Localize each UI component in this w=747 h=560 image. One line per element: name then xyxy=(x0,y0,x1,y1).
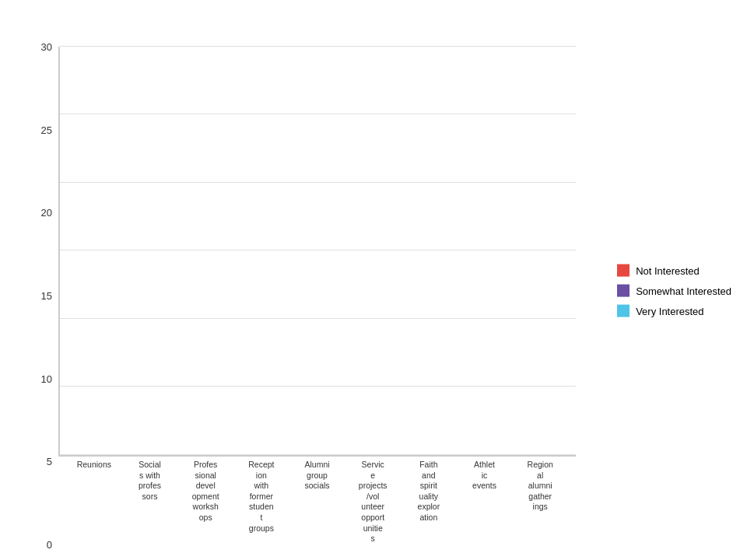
y-axis-label: 20 xyxy=(41,207,52,219)
legend-item: Very Interested xyxy=(617,305,731,317)
grid-line xyxy=(60,114,576,114)
legend-label: Very Interested xyxy=(636,305,703,317)
x-axis-label: Social s with profes sors xyxy=(122,460,178,544)
chart-plot xyxy=(58,47,576,457)
legend-item: Not Interested xyxy=(617,264,731,277)
legend: Not InterestedSomewhat InterestedVery In… xyxy=(617,264,731,317)
chart-main: Reunio­nsSocial s with profes sorsProfes… xyxy=(58,47,576,544)
y-axis-label: 0 xyxy=(47,539,52,551)
legend-swatch xyxy=(617,264,630,277)
legend-label: Somewhat Interested xyxy=(636,285,731,296)
grid-line xyxy=(60,250,576,250)
y-axis-label: 10 xyxy=(41,373,52,384)
y-axis-label: 25 xyxy=(41,124,52,135)
x-axis-label: Recept ion with former studen t groups xyxy=(233,460,289,544)
grid-line xyxy=(60,318,576,319)
legend-swatch xyxy=(617,285,630,297)
x-axis-label: Region al alumni gather ings xyxy=(512,460,568,544)
legend-label: Not Interested xyxy=(636,264,700,276)
legend-item: Somewhat Interested xyxy=(617,285,731,297)
chart-inner: 051015202530 Reunio­nsSocial s with prof… xyxy=(16,47,576,544)
x-axis-label: Profes sional devel opment worksh ops xyxy=(177,460,233,544)
legend-swatch xyxy=(617,305,630,317)
chart-container: 051015202530 Reunio­nsSocial s with prof… xyxy=(0,0,747,560)
y-axis-label: 30 xyxy=(41,41,52,53)
x-axis-label: Reunio­ns xyxy=(66,460,122,544)
x-labels-container: Reunio­nsSocial s with profes sorsProfes… xyxy=(58,460,576,544)
x-axis-label: Alumni group socials xyxy=(289,460,345,544)
chart-with-legend: 051015202530 Reunio­nsSocial s with prof… xyxy=(16,47,731,544)
grid-line xyxy=(60,182,576,183)
grid-line xyxy=(60,386,576,387)
grid-line xyxy=(60,46,576,47)
bars-area xyxy=(60,47,576,455)
x-axis-label: Servic e projects /vol unteer opport uni… xyxy=(345,460,401,544)
grid-line xyxy=(60,454,576,455)
y-axis-label: 5 xyxy=(47,456,52,467)
y-axis: 051015202530 xyxy=(16,47,58,544)
x-axis-label: Athlet ic events xyxy=(457,460,513,544)
y-axis-label: 15 xyxy=(41,290,52,302)
legend-area: Not InterestedSomewhat InterestedVery In… xyxy=(576,47,731,544)
x-axis-label: Faith and spirit uality explor ation xyxy=(401,460,457,544)
